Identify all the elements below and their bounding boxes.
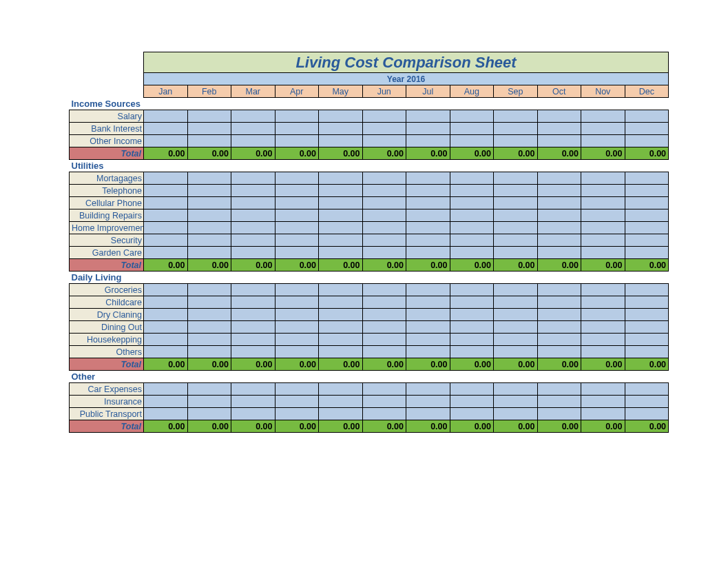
data-cell[interactable]	[406, 222, 450, 234]
data-cell[interactable]	[231, 110, 275, 123]
data-cell[interactable]	[187, 247, 231, 259]
data-cell[interactable]	[362, 321, 406, 334]
data-cell[interactable]	[450, 172, 494, 185]
data-cell[interactable]	[187, 222, 231, 234]
data-cell[interactable]	[625, 234, 669, 247]
data-cell[interactable]	[362, 383, 406, 396]
data-cell[interactable]	[187, 346, 231, 358]
data-cell[interactable]	[319, 383, 363, 396]
data-cell[interactable]	[319, 396, 363, 408]
data-cell[interactable]	[581, 209, 625, 222]
data-cell[interactable]	[319, 247, 363, 259]
data-cell[interactable]	[231, 383, 275, 396]
data-cell[interactable]	[450, 408, 494, 420]
data-cell[interactable]	[625, 197, 669, 209]
data-cell[interactable]	[581, 309, 625, 321]
data-cell[interactable]	[231, 296, 275, 309]
data-cell[interactable]	[275, 321, 319, 334]
data-cell[interactable]	[494, 284, 538, 296]
data-cell[interactable]	[494, 110, 538, 123]
data-cell[interactable]	[362, 309, 406, 321]
data-cell[interactable]	[406, 346, 450, 358]
data-cell[interactable]	[406, 209, 450, 222]
data-cell[interactable]	[450, 284, 494, 296]
data-cell[interactable]	[625, 296, 669, 309]
data-cell[interactable]	[319, 334, 363, 346]
data-cell[interactable]	[581, 296, 625, 309]
data-cell[interactable]	[406, 408, 450, 420]
data-cell[interactable]	[450, 247, 494, 259]
data-cell[interactable]	[275, 247, 319, 259]
data-cell[interactable]	[494, 383, 538, 396]
data-cell[interactable]	[625, 247, 669, 259]
data-cell[interactable]	[537, 334, 581, 346]
data-cell[interactable]	[581, 234, 625, 247]
data-cell[interactable]	[537, 383, 581, 396]
data-cell[interactable]	[231, 247, 275, 259]
data-cell[interactable]	[319, 135, 363, 147]
data-cell[interactable]	[144, 222, 188, 234]
data-cell[interactable]	[450, 209, 494, 222]
data-cell[interactable]	[144, 135, 188, 147]
data-cell[interactable]	[144, 123, 188, 135]
data-cell[interactable]	[406, 296, 450, 309]
data-cell[interactable]	[275, 234, 319, 247]
data-cell[interactable]	[494, 247, 538, 259]
data-cell[interactable]	[187, 197, 231, 209]
data-cell[interactable]	[625, 222, 669, 234]
data-cell[interactable]	[319, 123, 363, 135]
data-cell[interactable]	[144, 209, 188, 222]
data-cell[interactable]	[625, 284, 669, 296]
data-cell[interactable]	[494, 222, 538, 234]
data-cell[interactable]	[144, 185, 188, 197]
data-cell[interactable]	[144, 110, 188, 123]
data-cell[interactable]	[144, 383, 188, 396]
data-cell[interactable]	[450, 296, 494, 309]
data-cell[interactable]	[494, 334, 538, 346]
data-cell[interactable]	[537, 172, 581, 185]
data-cell[interactable]	[581, 284, 625, 296]
data-cell[interactable]	[406, 321, 450, 334]
data-cell[interactable]	[275, 408, 319, 420]
data-cell[interactable]	[494, 197, 538, 209]
data-cell[interactable]	[581, 383, 625, 396]
data-cell[interactable]	[625, 135, 669, 147]
data-cell[interactable]	[362, 172, 406, 185]
data-cell[interactable]	[275, 135, 319, 147]
data-cell[interactable]	[406, 123, 450, 135]
data-cell[interactable]	[362, 222, 406, 234]
data-cell[interactable]	[494, 309, 538, 321]
data-cell[interactable]	[231, 222, 275, 234]
data-cell[interactable]	[275, 222, 319, 234]
data-cell[interactable]	[362, 185, 406, 197]
data-cell[interactable]	[450, 197, 494, 209]
data-cell[interactable]	[275, 209, 319, 222]
data-cell[interactable]	[187, 135, 231, 147]
data-cell[interactable]	[494, 321, 538, 334]
data-cell[interactable]	[319, 296, 363, 309]
data-cell[interactable]	[319, 197, 363, 209]
data-cell[interactable]	[362, 396, 406, 408]
data-cell[interactable]	[144, 284, 188, 296]
data-cell[interactable]	[494, 396, 538, 408]
data-cell[interactable]	[406, 334, 450, 346]
data-cell[interactable]	[319, 321, 363, 334]
data-cell[interactable]	[231, 123, 275, 135]
data-cell[interactable]	[581, 396, 625, 408]
data-cell[interactable]	[625, 309, 669, 321]
data-cell[interactable]	[494, 408, 538, 420]
data-cell[interactable]	[450, 334, 494, 346]
data-cell[interactable]	[231, 334, 275, 346]
data-cell[interactable]	[537, 284, 581, 296]
data-cell[interactable]	[362, 135, 406, 147]
data-cell[interactable]	[231, 396, 275, 408]
data-cell[interactable]	[537, 309, 581, 321]
data-cell[interactable]	[494, 135, 538, 147]
data-cell[interactable]	[231, 234, 275, 247]
data-cell[interactable]	[494, 346, 538, 358]
data-cell[interactable]	[581, 172, 625, 185]
data-cell[interactable]	[275, 185, 319, 197]
data-cell[interactable]	[450, 321, 494, 334]
data-cell[interactable]	[450, 185, 494, 197]
data-cell[interactable]	[625, 383, 669, 396]
